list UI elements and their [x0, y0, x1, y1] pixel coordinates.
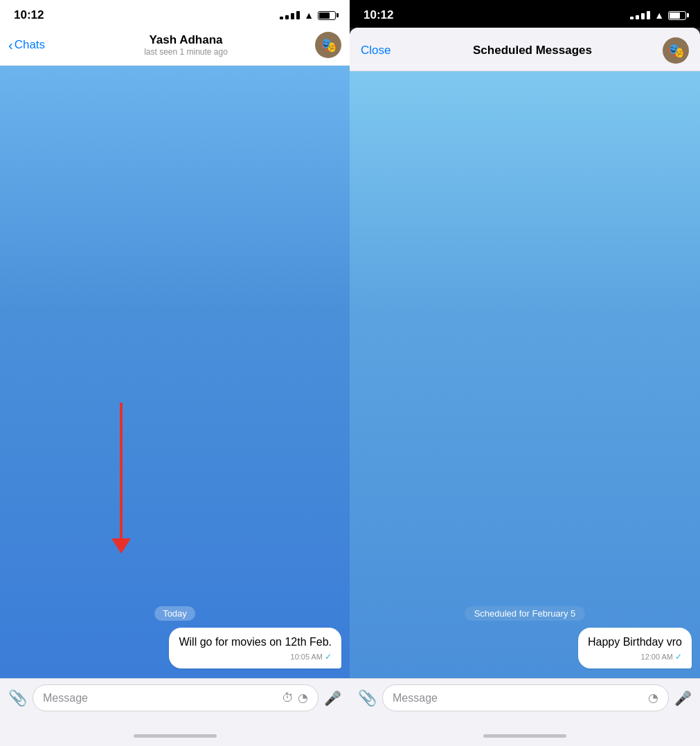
- modal-avatar-emoji: 🎭: [667, 42, 685, 59]
- red-arrow-annotation: [120, 403, 123, 541]
- message-check-icon: ✓: [325, 652, 332, 662]
- battery-fill: [319, 12, 330, 19]
- right-attach-icon[interactable]: 📎: [358, 689, 377, 707]
- left-nav-bar: ‹ Chats Yash Adhana last seen 1 minute a…: [0, 28, 350, 66]
- right-message-bubble: Happy Birthday vro 12:00 AM ✓: [578, 628, 692, 668]
- right-status-time: 10:12: [364, 8, 393, 22]
- right-input-bar: 📎 Message ◔ 🎤: [350, 678, 700, 725]
- scheduled-badge-row: Scheduled for February 5: [358, 606, 692, 621]
- signal-bar-2: [285, 15, 289, 19]
- right-signal-bar-3: [641, 13, 645, 19]
- right-message-meta: 12:00 AM ✓: [588, 652, 682, 662]
- right-message-row: Happy Birthday vro 12:00 AM ✓: [358, 628, 692, 668]
- input-placeholder[interactable]: Message: [43, 692, 278, 704]
- close-button[interactable]: Close: [361, 44, 402, 57]
- modal-title: Scheduled Messages: [402, 44, 663, 57]
- right-signal-bar-2: [636, 15, 639, 19]
- signal-bar-4: [296, 11, 300, 19]
- right-message-time: 12:00 AM: [641, 653, 673, 661]
- back-button[interactable]: ‹ Chats: [8, 37, 57, 53]
- right-status-bar: 10:12 ▲: [350, 0, 700, 28]
- right-message-text: Happy Birthday vro: [588, 636, 682, 648]
- chevron-left-icon: ‹: [8, 37, 13, 53]
- left-chat-area: Today Will go for movies on 12th Feb. 10…: [0, 66, 350, 678]
- right-home-indicator: [350, 725, 700, 746]
- date-badge: Today: [154, 606, 195, 621]
- message-text: Will go for movies on 12th Feb.: [179, 636, 332, 648]
- nav-center: Yash Adhana last seen 1 minute ago: [57, 33, 315, 57]
- scheduled-label: Scheduled for February 5: [465, 606, 586, 621]
- modal-avatar[interactable]: 🎭: [663, 37, 689, 64]
- right-signal-bar-1: [630, 17, 634, 19]
- contact-status: last seen 1 minute ago: [144, 47, 228, 57]
- right-message-check-icon: ✓: [675, 652, 682, 662]
- moon-icon[interactable]: ◔: [298, 691, 308, 705]
- message-row: Will go for movies on 12th Feb. 10:05 AM…: [8, 628, 341, 668]
- back-label[interactable]: Chats: [15, 38, 45, 52]
- red-arrow-line: [120, 403, 123, 541]
- right-moon-icon[interactable]: ◔: [648, 691, 658, 705]
- avatar[interactable]: 🎭: [315, 32, 341, 58]
- home-bar: [134, 734, 217, 738]
- right-battery-fill: [670, 12, 680, 19]
- right-wifi-icon: ▲: [654, 10, 664, 21]
- right-mic-icon[interactable]: 🎤: [674, 690, 692, 707]
- right-input-placeholder[interactable]: Message: [393, 692, 644, 704]
- contact-name: Yash Adhana: [149, 33, 222, 47]
- battery-icon: [318, 11, 336, 20]
- schedule-icon[interactable]: ⏱: [282, 691, 294, 705]
- right-signal-dots-icon: [630, 11, 650, 19]
- message-time: 10:05 AM: [291, 653, 323, 661]
- right-phone: 10:12 ▲ Close Scheduled Messages 🎭: [350, 0, 700, 746]
- attach-icon[interactable]: 📎: [8, 689, 27, 707]
- signal-dots-icon: [280, 11, 300, 19]
- modal-sheet: Close Scheduled Messages 🎭 Scheduled for…: [350, 28, 700, 746]
- left-home-indicator: [0, 725, 350, 746]
- message-bubble: Will go for movies on 12th Feb. 10:05 AM…: [169, 628, 341, 668]
- right-signal-bar-4: [647, 11, 650, 19]
- right-input-field-wrap[interactable]: Message ◔: [382, 684, 669, 711]
- input-field-wrap[interactable]: Message ⏱ ◔: [33, 684, 318, 711]
- modal-nav: Close Scheduled Messages 🎭: [350, 28, 700, 71]
- wifi-icon: ▲: [304, 10, 314, 21]
- right-battery-icon: [668, 11, 686, 20]
- right-home-bar: [483, 734, 566, 738]
- left-phone: 10:12 ▲ ‹ Chats Yash Adhana last seen 1 …: [0, 0, 350, 746]
- signal-bar-3: [291, 13, 294, 19]
- left-input-bar: 📎 Message ⏱ ◔ 🎤: [0, 678, 350, 725]
- left-status-time: 10:12: [14, 8, 44, 22]
- right-chat-area: Scheduled for February 5 Happy Birthday …: [350, 71, 700, 678]
- mic-icon[interactable]: 🎤: [324, 690, 341, 707]
- date-label-row: Today: [8, 606, 341, 621]
- avatar-emoji: 🎭: [320, 37, 337, 53]
- signal-bar-1: [280, 17, 283, 19]
- right-status-icons: ▲: [630, 10, 686, 21]
- left-status-icons: ▲: [280, 10, 336, 21]
- message-meta: 10:05 AM ✓: [179, 652, 332, 662]
- left-status-bar: 10:12 ▲: [0, 0, 350, 28]
